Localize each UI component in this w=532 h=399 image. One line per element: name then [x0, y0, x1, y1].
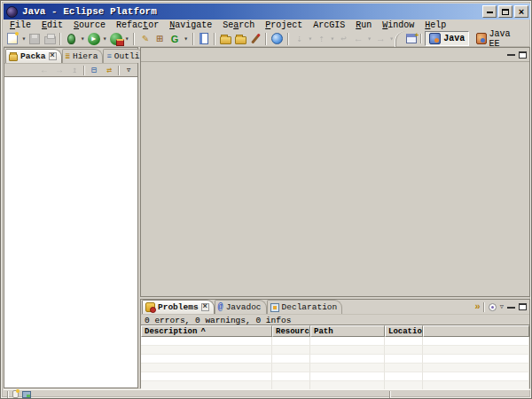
minimize-button[interactable]: [482, 5, 497, 18]
maximize-icon: [502, 9, 509, 15]
arcgis-g-dropdown[interactable]: ▾: [182, 32, 189, 46]
debug-button[interactable]: [64, 32, 79, 46]
title-bar[interactable]: Java - Eclipse Platform ×: [4, 4, 530, 20]
link-with-editor-button[interactable]: ⇄: [103, 65, 115, 76]
next-annotation-dropdown[interactable]: ▾: [307, 32, 314, 46]
pen-icon: ✎: [142, 32, 148, 45]
run-button[interactable]: ▶: [86, 32, 101, 46]
column-header-path[interactable]: Path: [310, 325, 385, 337]
previous-annotation-dropdown[interactable]: ▾: [329, 32, 336, 46]
status-separator: [7, 391, 9, 398]
blue-document-button[interactable]: [197, 32, 212, 46]
bottom-panel-tabs: Problems × @ Javadoc Declaration » ▽: [141, 300, 529, 314]
tab-hierarchy[interactable]: ≣ Hiera: [62, 49, 104, 63]
maximize-view-button[interactable]: [519, 303, 527, 310]
declaration-icon: [270, 303, 279, 312]
debug-dropdown[interactable]: ▾: [79, 32, 86, 46]
status-clipboard-icon[interactable]: [22, 391, 31, 398]
menu-item-arcgis[interactable]: ArcGIS: [308, 20, 350, 30]
column-header-resource[interactable]: Resource: [272, 325, 310, 337]
tab-label: Problems: [158, 302, 199, 312]
back-button[interactable]: ←: [38, 65, 51, 76]
back-dropdown[interactable]: ▾: [366, 32, 373, 46]
tab-declaration[interactable]: Declaration: [267, 300, 343, 314]
status-bar: [4, 389, 530, 398]
tab-problems[interactable]: Problems ×: [142, 300, 215, 314]
toolbar-separator: [192, 33, 194, 45]
back-button[interactable]: ←: [351, 32, 366, 46]
forward-dropdown[interactable]: ▾: [388, 32, 395, 46]
maximize-button[interactable]: [498, 5, 512, 18]
forward-button[interactable]: →: [53, 65, 66, 76]
new-wizard-dropdown[interactable]: ▾: [20, 32, 27, 46]
maximize-editor-button[interactable]: [519, 51, 527, 59]
menu-item-search[interactable]: Search: [217, 20, 260, 30]
column-header-location[interactable]: Location: [385, 325, 423, 337]
problems-table-body[interactable]: [141, 337, 529, 390]
save-button[interactable]: [27, 32, 43, 46]
folder-open-button[interactable]: [218, 32, 233, 46]
focus-icon[interactable]: [489, 303, 497, 311]
tab-label: Hiera: [73, 51, 98, 61]
perspective-java-button[interactable]: Java: [425, 31, 469, 46]
external-tools-dropdown[interactable]: ▾: [123, 32, 130, 46]
print-button[interactable]: [43, 32, 58, 46]
problems-table-header: Description ^ Resource Path Location: [141, 325, 529, 337]
menu-item-window[interactable]: Window: [377, 20, 419, 30]
arcgis-pen-button[interactable]: ✎: [137, 32, 153, 46]
arcgis-grid-button[interactable]: ⊞: [153, 32, 168, 46]
external-tools-button[interactable]: [108, 32, 123, 46]
status-pencil-icon[interactable]: [12, 390, 19, 398]
folder-icon: [220, 36, 231, 44]
previous-annotation-button[interactable]: ⇡: [314, 32, 329, 46]
table-row: [141, 337, 529, 346]
view-menu-button[interactable]: ▽: [122, 65, 135, 76]
run-dropdown[interactable]: ▾: [101, 32, 108, 46]
toolbar-separator: [420, 34, 422, 43]
minimize-editor-button[interactable]: [507, 53, 515, 56]
toolbar-separator: [265, 33, 267, 45]
column-header-filler: [423, 325, 529, 337]
tab-label: Declaration: [282, 302, 338, 312]
globe-icon: [271, 33, 283, 44]
tab-close-icon[interactable]: ×: [201, 303, 209, 311]
close-button[interactable]: ×: [514, 5, 528, 18]
filter-icon[interactable]: »: [474, 301, 480, 312]
package-explorer-tree[interactable]: [4, 76, 137, 387]
paintbrush-button[interactable]: [248, 32, 263, 46]
up-button[interactable]: ↥: [68, 65, 81, 76]
column-header-description[interactable]: Description ^: [141, 325, 272, 337]
collapse-all-button[interactable]: ⊟: [88, 65, 100, 76]
sort-indicator-icon: ^: [200, 327, 205, 336]
menu-item-run[interactable]: Run: [350, 20, 377, 30]
menu-item-project[interactable]: Project: [260, 20, 308, 30]
tab-close-icon[interactable]: ×: [49, 52, 57, 60]
editor-and-bottom-area: Problems × @ Javadoc Declaration » ▽: [140, 47, 530, 388]
tab-package-explorer[interactable]: Packa ×: [5, 49, 62, 63]
last-edit-location-button[interactable]: ↩: [336, 32, 351, 46]
tab-javadoc[interactable]: @ Javadoc: [215, 300, 267, 314]
new-wizard-button[interactable]: [5, 32, 20, 46]
next-annotation-button[interactable]: ⇣: [292, 32, 307, 46]
menu-item-source[interactable]: Source: [68, 20, 111, 30]
menu-item-edit[interactable]: Edit: [36, 20, 68, 30]
status-separator: [389, 391, 391, 398]
web-globe-button[interactable]: [270, 32, 285, 46]
menu-item-refactor[interactable]: Refactor: [111, 20, 164, 30]
arcgis-g-button[interactable]: G: [168, 32, 183, 46]
menu-item-help[interactable]: Help: [419, 20, 451, 30]
menu-bar: File Edit Source Refactor Navigate Searc…: [4, 20, 530, 31]
debug-icon: [67, 34, 75, 44]
menu-item-navigate[interactable]: Navigate: [164, 20, 217, 30]
view-menu-icon[interactable]: ▽: [500, 303, 504, 310]
forward-button[interactable]: →: [373, 32, 388, 46]
grid-icon: ⊞: [157, 32, 164, 46]
forward-arrow-icon: →: [378, 34, 384, 44]
minimize-view-button[interactable]: [507, 306, 515, 309]
close-icon: ×: [519, 7, 524, 16]
column-label: Path: [314, 327, 333, 336]
open-perspective-button[interactable]: [404, 32, 418, 46]
package-explorer-icon: [9, 54, 18, 61]
folder-open-button-2[interactable]: [233, 32, 248, 46]
menu-item-file[interactable]: File: [4, 20, 36, 30]
